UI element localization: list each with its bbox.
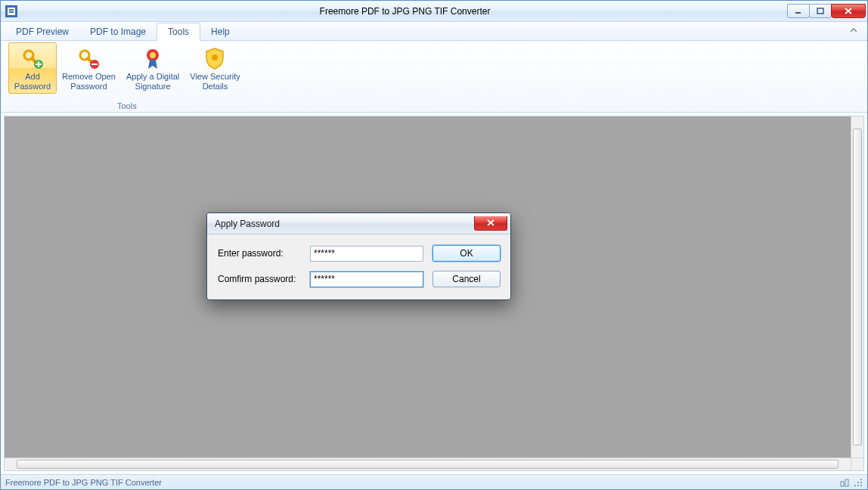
certificate-icon — [141, 46, 165, 70]
svg-point-14 — [212, 54, 218, 60]
close-button[interactable] — [831, 4, 866, 18]
svg-rect-5 — [817, 8, 823, 14]
statusbar: Freemore PDF to JPG PNG TIF Converter — [1, 474, 867, 489]
svg-point-13 — [150, 52, 156, 58]
main-window: Freemore PDF to JPG PNG TIF Converter PD… — [0, 0, 868, 490]
ribbon: AddPassword Remove OpenPassword Apply a … — [1, 41, 867, 113]
ribbon-tabs: PDF Preview PDF to Image Tools Help — [1, 22, 867, 41]
dialog-body: Enter password: OK Comfirm password: Can… — [207, 234, 510, 299]
minimize-button[interactable] — [787, 4, 810, 18]
ribbon-btn-label: View SecurityDetails — [190, 72, 240, 91]
vertical-scrollbar[interactable] — [851, 116, 863, 457]
ribbon-group-tools: AddPassword Remove OpenPassword Apply a … — [5, 42, 249, 112]
svg-point-21 — [857, 482, 859, 483]
status-text: Freemore PDF to JPG PNG TIF Converter — [5, 478, 162, 487]
window-controls — [788, 4, 866, 18]
status-icon — [840, 478, 849, 487]
tab-pdf-preview[interactable]: PDF Preview — [5, 23, 79, 40]
tab-tools[interactable]: Tools — [157, 23, 200, 41]
add-password-button[interactable]: AddPassword — [8, 42, 57, 94]
svg-point-22 — [860, 479, 862, 480]
svg-point-20 — [854, 485, 856, 486]
view-security-details-button[interactable]: View SecurityDetails — [184, 42, 245, 94]
dialog-title: Apply Password — [215, 219, 474, 229]
apply-password-dialog: Apply Password Enter password: OK Comfir… — [206, 212, 511, 300]
key-remove-icon — [76, 46, 101, 70]
tab-help[interactable]: Help — [200, 23, 240, 40]
apply-digital-signature-button[interactable]: Apply a DigitalSignature — [121, 42, 184, 94]
tab-pdf-to-image[interactable]: PDF to Image — [79, 23, 157, 40]
svg-rect-15 — [841, 482, 844, 486]
cancel-button[interactable]: Cancel — [432, 271, 501, 287]
dialog-close-button[interactable] — [474, 216, 507, 231]
shield-icon — [203, 46, 227, 70]
ribbon-group-label: Tools — [117, 101, 137, 112]
ribbon-btn-label: Apply a DigitalSignature — [126, 72, 179, 91]
ribbon-btn-label: Remove OpenPassword — [62, 72, 116, 91]
titlebar[interactable]: Freemore PDF to JPG PNG TIF Converter — [1, 1, 867, 22]
scroll-corner — [851, 457, 863, 470]
ok-button[interactable]: OK — [432, 245, 501, 262]
svg-rect-16 — [845, 479, 848, 486]
confirm-password-label: Comfirm password: — [218, 274, 301, 284]
svg-rect-2 — [9, 9, 14, 11]
enter-password-label: Enter password: — [218, 248, 301, 259]
key-add-icon — [20, 46, 45, 70]
statusbar-icons — [840, 478, 863, 487]
svg-point-19 — [860, 482, 862, 483]
horizontal-scrollbar[interactable] — [5, 457, 851, 470]
ribbon-btn-label: AddPassword — [14, 72, 51, 91]
enter-password-input[interactable] — [310, 246, 423, 262]
svg-point-17 — [860, 485, 862, 486]
collapse-ribbon-icon[interactable] — [849, 26, 858, 37]
app-icon — [5, 5, 17, 17]
svg-rect-3 — [9, 11, 14, 13]
resize-grip-icon[interactable] — [854, 478, 863, 487]
dialog-titlebar[interactable]: Apply Password — [207, 213, 510, 234]
remove-open-password-button[interactable]: Remove OpenPassword — [57, 42, 121, 94]
svg-point-18 — [857, 485, 859, 486]
confirm-password-input[interactable] — [310, 271, 423, 287]
window-title: Freemore PDF to JPG PNG TIF Converter — [22, 6, 788, 17]
maximize-button[interactable] — [809, 4, 832, 18]
